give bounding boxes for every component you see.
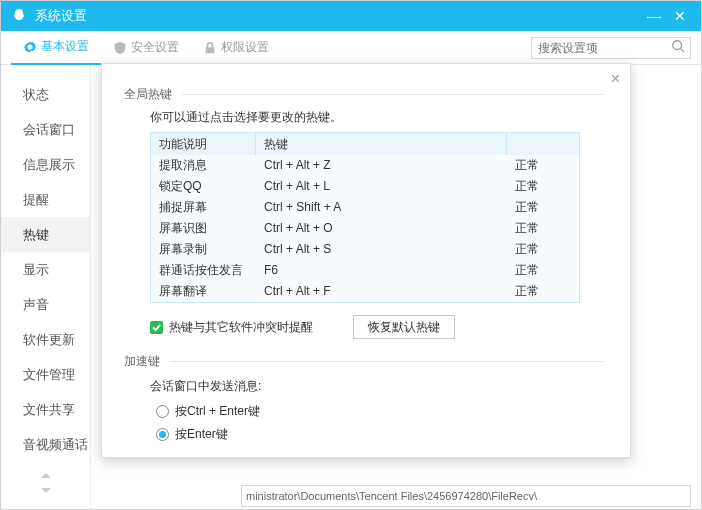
- app-logo-icon: [11, 8, 27, 24]
- shield-icon: [113, 41, 127, 55]
- table-row[interactable]: 群通话按住发言F6正常: [151, 260, 579, 281]
- sidebar-item-av-call[interactable]: 音视频通话: [1, 427, 90, 462]
- gear-icon: [23, 40, 37, 54]
- section-accelerator: 加速键: [124, 353, 604, 370]
- search-input[interactable]: [531, 37, 691, 59]
- cell-status: 正常: [507, 197, 579, 218]
- accelerator-label: 会话窗口中发送消息:: [150, 378, 604, 395]
- search-wrap: [531, 37, 691, 59]
- cell-status: 正常: [507, 218, 579, 239]
- chevron-down-icon: [41, 487, 51, 493]
- conflict-reminder-checkbox[interactable]: 热键与其它软件冲突时提醒: [150, 319, 313, 336]
- chevron-up-icon: [41, 473, 51, 479]
- cell-function: 提取消息: [151, 155, 256, 176]
- top-tabs: 基本设置 安全设置 权限设置: [1, 31, 701, 65]
- cell-function: 锁定QQ: [151, 176, 256, 197]
- restore-default-hotkeys-button[interactable]: 恢复默认热键: [353, 315, 455, 339]
- radio-label: 按Ctrl + Enter键: [175, 403, 260, 420]
- sidebar-item-status[interactable]: 状态: [1, 77, 90, 112]
- titlebar: 系统设置 — ✕: [1, 1, 701, 31]
- tab-label: 基本设置: [41, 38, 89, 55]
- cell-hotkey: Ctrl + Alt + F: [256, 281, 507, 302]
- tab-basic-settings[interactable]: 基本设置: [11, 31, 101, 65]
- cell-status: 正常: [507, 176, 579, 197]
- cell-function: 屏幕录制: [151, 239, 256, 260]
- hotkey-table: 功能说明 热键 提取消息Ctrl + Alt + Z正常锁定QQCtrl + A…: [150, 132, 580, 303]
- hotkey-dialog: × 全局热键 你可以通过点击选择要更改的热键。 功能说明 热键 提取消息Ctrl…: [101, 63, 631, 458]
- sidebar-item-file-manage[interactable]: 文件管理: [1, 357, 90, 392]
- divider: [182, 94, 604, 95]
- cell-function: 屏幕识图: [151, 218, 256, 239]
- section-label: 加速键: [124, 353, 160, 370]
- sidebar: 状态 会话窗口 信息展示 提醒 热键 显示 声音 软件更新 文件管理 文件共享 …: [1, 65, 91, 509]
- table-row[interactable]: 屏幕翻译Ctrl + Alt + F正常: [151, 281, 579, 302]
- radio-enter[interactable]: 按Enter键: [156, 426, 604, 443]
- tab-privilege-settings[interactable]: 权限设置: [191, 31, 281, 65]
- accelerator-group: 会话窗口中发送消息: 按Ctrl + Enter键 按Enter键: [150, 378, 604, 443]
- divider: [170, 361, 604, 362]
- radio-label: 按Enter键: [175, 426, 228, 443]
- radio-icon: [156, 428, 169, 441]
- radio-ctrl-enter[interactable]: 按Ctrl + Enter键: [156, 403, 604, 420]
- close-button[interactable]: ✕: [667, 8, 693, 24]
- window-title: 系统设置: [35, 7, 641, 25]
- cell-function: 群通话按住发言: [151, 260, 256, 281]
- minimize-button[interactable]: —: [641, 8, 667, 24]
- sidebar-item-chat-window[interactable]: 会话窗口: [1, 112, 90, 147]
- hotkey-controls: 热键与其它软件冲突时提醒 恢复默认热键: [150, 315, 604, 339]
- sidebar-item-hotkey[interactable]: 热键: [1, 217, 90, 252]
- table-row[interactable]: 锁定QQCtrl + Alt + L正常: [151, 176, 579, 197]
- tab-label: 权限设置: [221, 39, 269, 56]
- svg-point-0: [673, 41, 682, 50]
- sidebar-scroll-indicator[interactable]: [1, 462, 90, 496]
- checkmark-icon: [150, 321, 163, 334]
- header-hotkey: 热键: [256, 133, 507, 155]
- section-global-hotkeys: 全局热键: [124, 86, 604, 103]
- cell-status: 正常: [507, 260, 579, 281]
- sidebar-item-reminder[interactable]: 提醒: [1, 182, 90, 217]
- sidebar-item-sound[interactable]: 声音: [1, 287, 90, 322]
- cell-status: 正常: [507, 281, 579, 302]
- cell-hotkey: Ctrl + Alt + O: [256, 218, 507, 239]
- sidebar-item-display[interactable]: 显示: [1, 252, 90, 287]
- table-row[interactable]: 提取消息Ctrl + Alt + Z正常: [151, 155, 579, 176]
- checkbox-label: 热键与其它软件冲突时提醒: [169, 319, 313, 336]
- radio-icon: [156, 405, 169, 418]
- cell-hotkey: F6: [256, 260, 507, 281]
- cell-hotkey: Ctrl + Shift + A: [256, 197, 507, 218]
- table-row[interactable]: 捕捉屏幕Ctrl + Shift + A正常: [151, 197, 579, 218]
- table-row[interactable]: 屏幕识图Ctrl + Alt + O正常: [151, 218, 579, 239]
- header-function: 功能说明: [151, 133, 256, 155]
- cell-hotkey: Ctrl + Alt + L: [256, 176, 507, 197]
- cell-status: 正常: [507, 239, 579, 260]
- file-path-field[interactable]: ministrator\Documents\Tencent Files\2456…: [241, 485, 691, 507]
- header-status: [507, 133, 579, 155]
- settings-window: 系统设置 — ✕ 基本设置 安全设置 权限设置 状态 会话窗口 信息展示 提醒: [0, 0, 702, 510]
- section-label: 全局热键: [124, 86, 172, 103]
- cell-status: 正常: [507, 155, 579, 176]
- cell-function: 屏幕翻译: [151, 281, 256, 302]
- tab-label: 安全设置: [131, 39, 179, 56]
- sidebar-item-file-share[interactable]: 文件共享: [1, 392, 90, 427]
- lock-icon: [203, 41, 217, 55]
- tab-security-settings[interactable]: 安全设置: [101, 31, 191, 65]
- hotkey-table-body: 提取消息Ctrl + Alt + Z正常锁定QQCtrl + Alt + L正常…: [151, 155, 579, 302]
- cell-hotkey: Ctrl + Alt + S: [256, 239, 507, 260]
- svg-line-1: [681, 49, 685, 53]
- table-row[interactable]: 屏幕录制Ctrl + Alt + S正常: [151, 239, 579, 260]
- hotkey-table-header: 功能说明 热键: [151, 133, 579, 155]
- cell-function: 捕捉屏幕: [151, 197, 256, 218]
- global-hotkey-desc: 你可以通过点击选择要更改的热键。: [150, 109, 604, 126]
- dialog-close-button[interactable]: ×: [611, 70, 620, 88]
- sidebar-item-info-display[interactable]: 信息展示: [1, 147, 90, 182]
- sidebar-item-update[interactable]: 软件更新: [1, 322, 90, 357]
- search-icon[interactable]: [671, 39, 685, 56]
- cell-hotkey: Ctrl + Alt + Z: [256, 155, 507, 176]
